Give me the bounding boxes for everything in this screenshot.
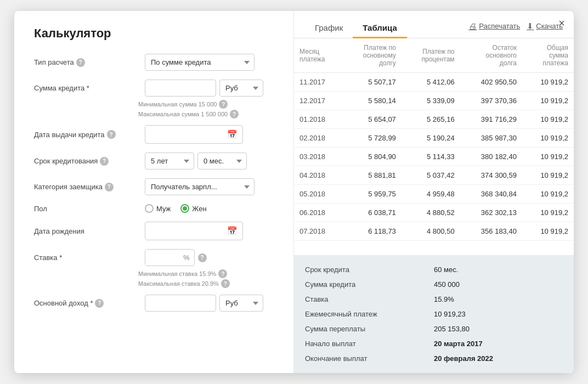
- print-icon: 🖨: [468, 21, 477, 31]
- borrower-label: Категория заемщика ?: [34, 183, 138, 191]
- summary-value: 10 919,23: [434, 308, 563, 320]
- gender-male-radio[interactable]: [145, 204, 154, 213]
- calendar-icon[interactable]: 📅: [222, 126, 242, 143]
- summary-value: 205 153,80: [434, 323, 563, 335]
- cell-value: 380 182,40: [460, 148, 522, 166]
- print-button[interactable]: 🖨 Распечатать: [468, 21, 520, 31]
- cell-month: 02.2018: [294, 129, 343, 148]
- credit-sum-input[interactable]: 450 000: [145, 80, 216, 97]
- cell-value: 6 118,73: [343, 222, 402, 241]
- income-input[interactable]: 30 000: [145, 295, 216, 312]
- birthdate-calendar-icon[interactable]: 📅: [222, 222, 242, 240]
- download-button[interactable]: ⬇ Скачать: [527, 21, 563, 31]
- gender-female-option[interactable]: Жен: [180, 204, 206, 213]
- gender-male-option[interactable]: Муж: [145, 204, 171, 213]
- table-row: 06.20186 038,714 880,52362 302,1310 919,…: [294, 204, 574, 222]
- cell-value: 4 959,48: [402, 185, 460, 204]
- cell-value: 5 580,14: [343, 92, 402, 110]
- cell-value: 5 037,42: [402, 166, 460, 185]
- credit-sum-label: Сумма кредита *: [34, 84, 138, 92]
- gender-label: Пол: [34, 205, 138, 213]
- tab-graph[interactable]: График: [305, 19, 353, 38]
- issue-date-label: Дата выдачи кредита ?: [34, 130, 138, 139]
- borrower-row: Категория заемщика ? Получатель зарпл...…: [34, 178, 274, 195]
- max-rate-help-icon[interactable]: ?: [221, 279, 230, 288]
- term-years-select[interactable]: 5 лет 1 лет 10 лет: [145, 153, 194, 170]
- borrower-select[interactable]: Получатель зарпл... Другой: [145, 178, 255, 195]
- summary-label: Срок кредита: [305, 264, 434, 275]
- summary-label: Сумма кредита: [305, 279, 434, 290]
- income-currency-select[interactable]: Руб USD: [219, 295, 263, 312]
- left-panel: Калькулятор Тип расчета ? По сумме креди…: [14, 11, 294, 373]
- payments-table: Месяцплатежа Платеж поосновномудолгу Пла…: [294, 38, 574, 241]
- rate-help-icon[interactable]: ?: [198, 253, 207, 262]
- min-rate-help-icon[interactable]: ?: [218, 269, 227, 278]
- rate-label: Ставка *: [34, 253, 138, 262]
- cell-value: 5 728,99: [343, 129, 402, 148]
- credit-sum-row: Сумма кредита * 450 000 Руб USD EUR: [34, 80, 274, 97]
- cell-value: 368 340,84: [460, 185, 522, 204]
- issue-date-input[interactable]: 20.02.2017: [145, 127, 222, 143]
- table-row: 11.20175 507,175 412,06402 950,5010 919,…: [294, 73, 574, 92]
- close-button[interactable]: ×: [558, 18, 565, 29]
- summary-label: Окончание выплат: [305, 353, 434, 364]
- summary-label: Начало выплат: [305, 338, 434, 349]
- income-label: Основной доход * ?: [34, 299, 138, 308]
- gender-female-radio[interactable]: [180, 204, 189, 213]
- term-help-icon[interactable]: ?: [100, 157, 109, 166]
- rate-input[interactable]: 15,90: [145, 250, 181, 266]
- col-total: Общаясуммаплатежа: [522, 38, 574, 73]
- table-row: 05.20185 959,754 959,48368 340,8410 919,…: [294, 185, 574, 204]
- summary-label: Ставка: [305, 293, 434, 305]
- calculator-modal: × Калькулятор Тип расчета ? По сумме кре…: [14, 11, 574, 373]
- borrower-help-icon[interactable]: ?: [105, 183, 114, 191]
- right-panel: График Таблица 🖨 Распечатать ⬇ Скачать: [294, 11, 574, 373]
- cell-value: 10 919,2: [522, 92, 574, 110]
- calc-type-select[interactable]: По сумме кредита По платежу: [145, 54, 255, 71]
- cell-value: 10 919,2: [522, 185, 574, 204]
- min-sum-help-icon[interactable]: ?: [219, 100, 228, 109]
- download-icon: ⬇: [527, 21, 534, 31]
- cell-value: 391 716,29: [460, 110, 522, 129]
- birthdate-label: Дата рождения: [34, 227, 138, 235]
- summary-label: Сумма переплаты: [305, 323, 434, 335]
- issue-date-row: Дата выдачи кредита ? 20.02.2017 📅: [34, 125, 274, 144]
- max-sum-help-icon[interactable]: ?: [230, 110, 239, 118]
- cell-value: 356 183,40: [460, 222, 522, 241]
- cell-value: 385 987,30: [460, 129, 522, 148]
- birthdate-input[interactable]: 10.02.1988: [145, 223, 222, 239]
- panel-title: Калькулятор: [34, 26, 274, 41]
- cell-value: 5 507,17: [343, 73, 402, 92]
- tab-table[interactable]: Таблица: [353, 19, 407, 38]
- calc-type-help-icon[interactable]: ?: [76, 58, 85, 67]
- gender-radio-group: Муж Жен: [145, 204, 207, 213]
- col-month: Месяцплатежа: [294, 38, 343, 73]
- cell-value: 5 114,33: [402, 148, 460, 166]
- birthdate-wrap: 10.02.1988 📅: [145, 222, 243, 240]
- credit-sum-hints: Минимальная сумма 15 000 ? Максимальная …: [138, 100, 274, 118]
- issue-date-controls: 20.02.2017 📅: [145, 125, 274, 144]
- term-months-select[interactable]: 0 мес. 1 мес. 6 мес.: [197, 153, 247, 170]
- table-container[interactable]: Месяцплатежа Платеж поосновномудолгу Пла…: [294, 38, 574, 255]
- summary-panel: Срок кредита60 мес.Сумма кредита450 000С…: [294, 255, 574, 373]
- tab-actions: 🖨 Распечатать ⬇ Скачать: [468, 21, 563, 36]
- col-principal: Платеж поосновномудолгу: [343, 38, 402, 73]
- credit-sum-controls: 450 000 Руб USD EUR: [145, 80, 274, 97]
- cell-month: 06.2018: [294, 204, 343, 222]
- table-row: 12.20175 580,145 339,09397 370,3610 919,…: [294, 92, 574, 110]
- cell-value: 4 800,50: [402, 222, 460, 241]
- cell-value: 5 412,06: [402, 73, 460, 92]
- cell-value: 10 919,2: [522, 166, 574, 185]
- calc-type-controls: По сумме кредита По платежу: [145, 54, 274, 71]
- table-body: 11.20175 507,175 412,06402 950,5010 919,…: [294, 73, 574, 241]
- percent-symbol: %: [181, 250, 194, 266]
- income-help-icon[interactable]: ?: [95, 299, 104, 308]
- cell-value: 10 919,2: [522, 222, 574, 241]
- tab-bar: График Таблица 🖨 Распечатать ⬇ Скачать: [294, 11, 574, 38]
- term-row: Срок кредитования ? 5 лет 1 лет 10 лет 0…: [34, 153, 274, 170]
- term-controls: 5 лет 1 лет 10 лет 0 мес. 1 мес. 6 мес.: [145, 153, 274, 170]
- cell-month: 07.2018: [294, 222, 343, 241]
- issue-date-help-icon[interactable]: ?: [107, 130, 116, 139]
- rate-input-wrap: 15,90 %: [145, 249, 195, 266]
- currency-select[interactable]: Руб USD EUR: [219, 80, 263, 97]
